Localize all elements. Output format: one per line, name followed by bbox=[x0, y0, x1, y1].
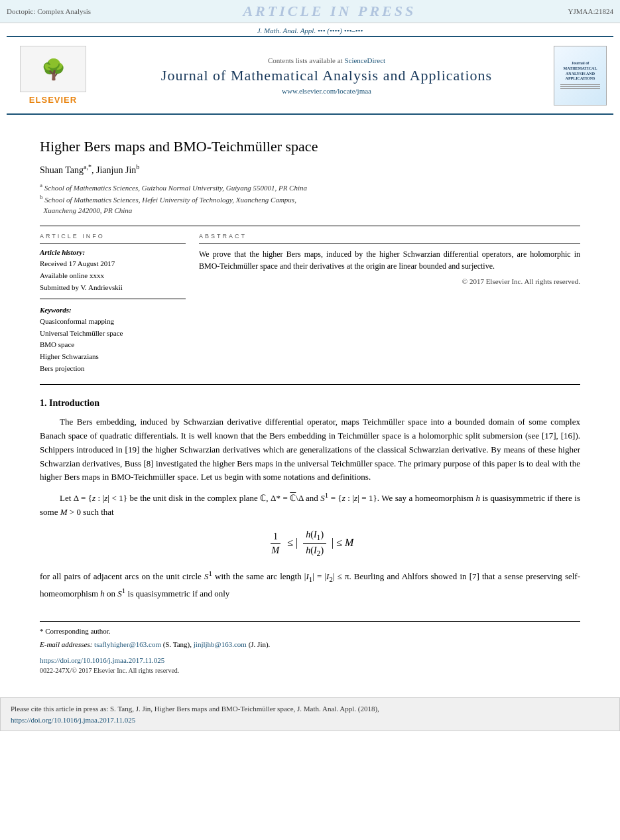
email-tang[interactable]: tsaflyhigher@163.com bbox=[94, 640, 161, 648]
keywords-section: Keywords: Quasiconformal mapping Univers… bbox=[40, 306, 186, 374]
article-info-column: ARTICLE INFO Article history: Received 1… bbox=[40, 233, 186, 374]
abstract-label: ABSTRACT bbox=[199, 233, 580, 240]
doi-line: https://doi.org/10.1016/j.jmaa.2017.11.0… bbox=[40, 655, 580, 665]
doi-link[interactable]: https://doi.org/10.1016/j.jmaa.2017.11.0… bbox=[40, 656, 164, 664]
authors-line: Shuan Tanga,*, Jianjun Jinb bbox=[40, 163, 580, 176]
footnote-email-line: E-mail addresses: tsaflyhigher@163.com (… bbox=[40, 639, 580, 650]
journal-url[interactable]: www.elsevier.com/locate/jmaa bbox=[113, 87, 540, 95]
issn-line: 0022-247X/© 2017 Elsevier Inc. All right… bbox=[40, 667, 580, 674]
citation-text: Please cite this article in press as: S.… bbox=[11, 703, 609, 725]
display-fraction: 1 M bbox=[269, 531, 282, 556]
doctopic-label: Doctopic: Complex Analysis bbox=[7, 7, 91, 15]
intro-paragraph-3: for all pairs of adjacent arcs on the un… bbox=[40, 568, 580, 601]
frac-numerator: 1 bbox=[271, 531, 280, 544]
cover-decorative-lines2 bbox=[560, 86, 600, 87]
journal-cover-image: Journal ofMATHEMATICALANALYSIS ANDAPPLIC… bbox=[554, 46, 607, 105]
intro-paragraph-1: The Bers embedding, induced by Schwarzia… bbox=[40, 415, 580, 484]
abstract-column: ABSTRACT We prove that the higher Bers m… bbox=[199, 233, 580, 374]
keyword-2: Universal Teichmüller space bbox=[40, 328, 186, 340]
contents-available-line: Contents lists available at ScienceDirec… bbox=[113, 56, 540, 64]
affiliation-a: a School of Mathematics Sciences, Guizho… bbox=[40, 181, 580, 193]
submitted-by: Submitted by V. Andrievskii bbox=[40, 282, 186, 294]
cover-decorative-lines bbox=[560, 84, 600, 85]
cover-decorative-lines3 bbox=[560, 88, 600, 89]
journal-header: 🌳 ELSEVIER Contents lists available at S… bbox=[7, 36, 613, 115]
affil-a-letter: a bbox=[40, 182, 42, 188]
indent-1 bbox=[40, 415, 60, 429]
math-fraction-left: 1 M bbox=[267, 537, 288, 548]
keyword-5: Bers projection bbox=[40, 363, 186, 375]
elsevier-tree-icon: 🌳 bbox=[41, 58, 66, 81]
elsevier-logo-section: 🌳 ELSEVIER bbox=[7, 42, 99, 108]
keywords-label: Keywords: bbox=[40, 306, 186, 314]
affil-b-letter: b bbox=[40, 194, 43, 200]
affiliation-b: b School of Mathematics Sciences, Hefei … bbox=[40, 193, 580, 216]
email-label: E-mail addresses: bbox=[40, 640, 92, 648]
math-M: M bbox=[345, 537, 353, 548]
article-title: Higher Bers maps and BMO-Teichmüller spa… bbox=[40, 138, 580, 155]
journal-ref-line: J. Math. Anal. Appl. ••• (••••) •••–••• bbox=[0, 23, 620, 36]
abstract-divider bbox=[199, 244, 580, 244]
article-info-label: ARTICLE INFO bbox=[40, 233, 186, 240]
elsevier-logo-box: 🌳 bbox=[20, 46, 86, 92]
copyright-line: © 2017 Elsevier Inc. All rights reserved… bbox=[199, 277, 580, 285]
math-abs-value: | h(I1) h(I2) | bbox=[296, 537, 336, 548]
bottom-doi-link[interactable]: https://doi.org/10.1016/j.jmaa.2017.11.0… bbox=[11, 716, 135, 724]
main-content: Higher Bers maps and BMO-Teichmüller spa… bbox=[0, 115, 620, 684]
doi-area: https://doi.org/10.1016/j.jmaa.2017.11.0… bbox=[40, 655, 580, 674]
frac-denominator: M bbox=[269, 544, 282, 556]
info-abstract-section: ARTICLE INFO Article history: Received 1… bbox=[40, 233, 580, 374]
available-online: Available online xxxx bbox=[40, 270, 186, 282]
received-date: Received 17 August 2017 bbox=[40, 258, 186, 270]
abstract-text: We prove that the higher Bers maps, indu… bbox=[199, 248, 580, 272]
article-in-press-label: ARTICLE IN PRESS bbox=[243, 3, 416, 20]
author-a-sup: a,* bbox=[84, 163, 92, 171]
cover-title-text: Journal ofMATHEMATICALANALYSIS ANDAPPLIC… bbox=[564, 61, 597, 82]
info-divider-2 bbox=[40, 299, 186, 299]
intro-heading: 1. Introduction bbox=[40, 398, 580, 409]
sciencedirect-link[interactable]: ScienceDirect bbox=[344, 56, 385, 64]
info-divider bbox=[40, 244, 186, 244]
keyword-1: Quasiconformal mapping bbox=[40, 316, 186, 328]
footnote-star: * Corresponding author. bbox=[40, 626, 580, 637]
top-banner: Doctopic: Complex Analysis ARTICLE IN PR… bbox=[0, 0, 620, 23]
intro-paragraph-2: Let Δ = {z : |z| < 1} be the unit disk i… bbox=[40, 490, 580, 520]
journal-cover-section: Journal ofMATHEMATICALANALYSIS ANDAPPLIC… bbox=[554, 46, 613, 105]
keyword-3: BMO space bbox=[40, 339, 186, 351]
elsevier-wordmark: ELSEVIER bbox=[29, 95, 77, 105]
affiliations: a School of Mathematics Sciences, Guizho… bbox=[40, 181, 580, 216]
bottom-citation-bar: Please cite this article in press as: S.… bbox=[0, 697, 620, 731]
footnote-star-symbol: * bbox=[40, 627, 44, 635]
h-i2: h(I2) bbox=[303, 544, 326, 558]
journal-title-section: Contents lists available at ScienceDirec… bbox=[99, 56, 554, 95]
h-i1: h(I1) bbox=[303, 529, 326, 544]
h-fraction: h(I1) h(I2) bbox=[303, 529, 326, 558]
indent-2 bbox=[40, 492, 60, 506]
history-label: Article history: bbox=[40, 248, 186, 256]
divider-1 bbox=[40, 226, 580, 226]
math-display: 1 M ≤ | h(I1) h(I2) | ≤ M bbox=[40, 529, 580, 558]
divider-2 bbox=[40, 384, 580, 385]
footnote-area: * Corresponding author. E-mail addresses… bbox=[40, 621, 580, 650]
journal-title: Journal of Mathematical Analysis and App… bbox=[113, 67, 540, 84]
yjmaa-id: YJMAA:21824 bbox=[568, 7, 613, 15]
email-jin[interactable]: jinjljhb@163.com bbox=[194, 640, 247, 648]
keyword-4: Higher Schwarzians bbox=[40, 351, 186, 363]
author-b-sup: b bbox=[136, 163, 139, 171]
